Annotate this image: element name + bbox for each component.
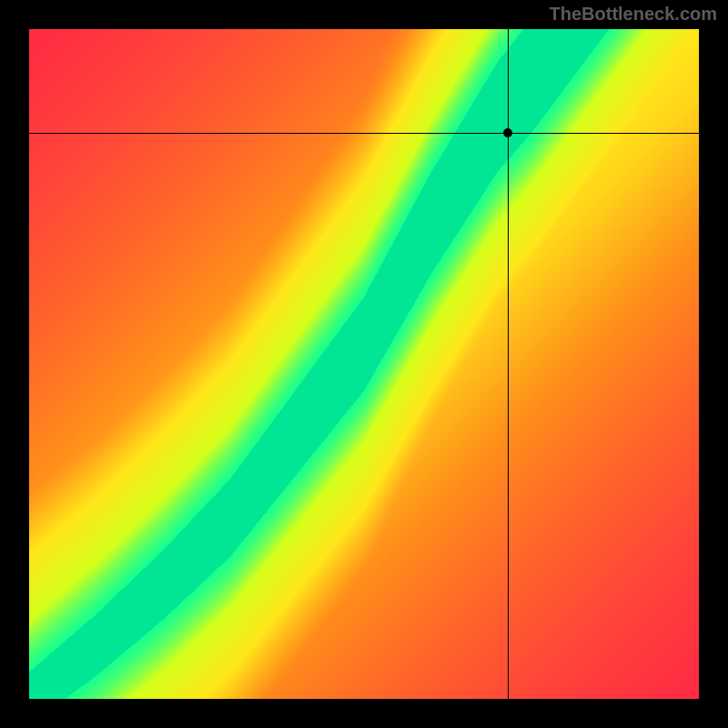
data-point-marker [503,128,512,137]
watermark-text: TheBottleneck.com [550,4,717,25]
crosshair-horizontal [29,133,699,134]
chart-container: TheBottleneck.com [0,0,728,728]
plot-area [29,29,699,699]
heatmap-canvas [29,29,699,699]
